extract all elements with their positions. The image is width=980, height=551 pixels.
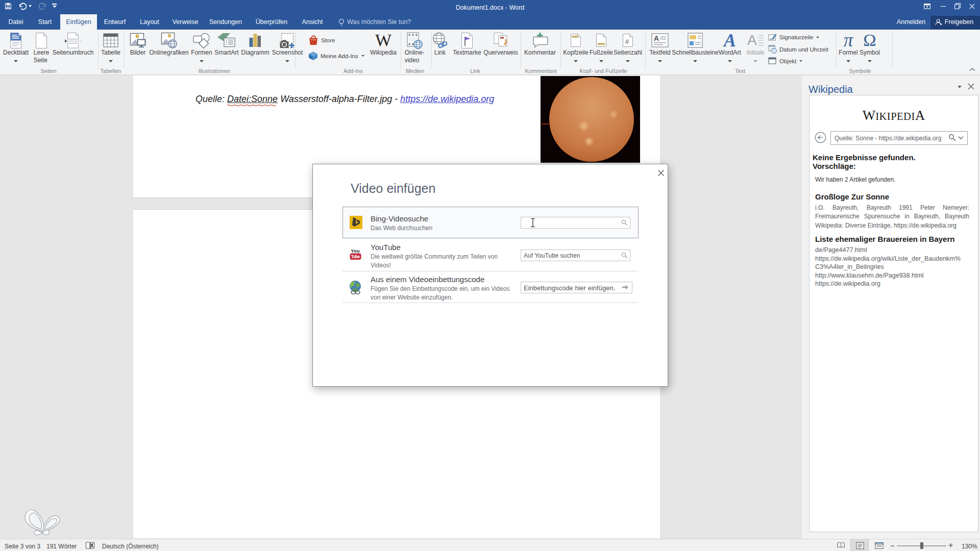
svg-text:Tube: Tube: [351, 254, 360, 259]
svg-text:A: A: [747, 33, 757, 47]
svg-text:#: #: [625, 38, 629, 45]
svg-text:You: You: [351, 248, 360, 254]
svg-text:A: A: [654, 34, 659, 42]
